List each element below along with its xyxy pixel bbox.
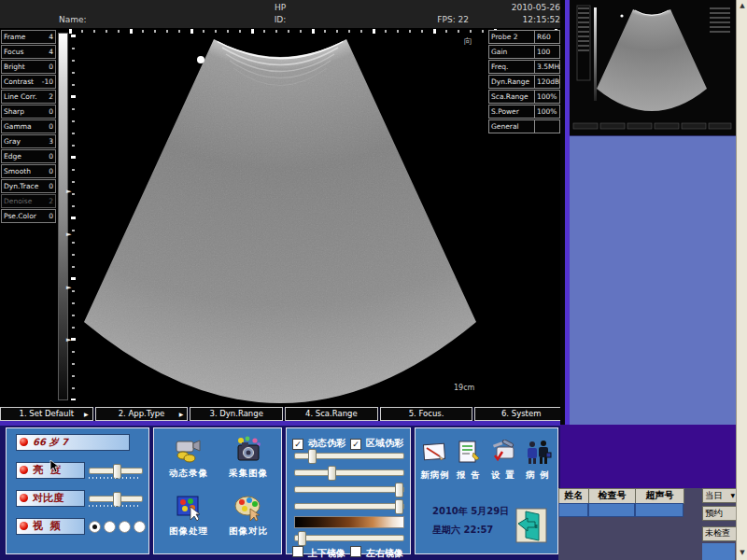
param-gray[interactable]: Gray3 (1, 134, 56, 148)
focus-marker-icon[interactable]: ► (66, 337, 71, 343)
slider-tick-marks (89, 477, 141, 479)
contrast-label[interactable]: 对比度 (16, 490, 85, 507)
param-smooth[interactable]: Smooth0 (1, 164, 56, 178)
patient-age-field[interactable]: 66 岁 7 (16, 434, 130, 451)
horizontal-mirror-checkbox[interactable]: 左右镜像 (350, 542, 403, 560)
palette-compare-icon (233, 494, 263, 522)
checkbox-checked-icon[interactable]: ✓ (350, 439, 361, 450)
focus-marker-icon[interactable]: ► (66, 231, 71, 238)
dynamic-pseudocolor-checkbox[interactable]: ✓ 动态伪彩 (292, 432, 345, 450)
tab-app-type[interactable]: 2. App.Type▶ (95, 407, 189, 421)
scroll-up-icon[interactable]: ▲ (737, 2, 747, 9)
video-label[interactable]: 视 频 (16, 518, 85, 535)
param-denoise: Denoise2 (1, 194, 56, 208)
slider-thumb[interactable] (308, 449, 317, 464)
patient-name-label: Name: (59, 15, 87, 24)
screen-thumbnail[interactable] (570, 0, 736, 135)
new-case-button[interactable]: 新病例 (417, 440, 453, 482)
video-channel-radio-4[interactable] (134, 521, 146, 533)
patient-display-panel: 66 岁 7 亮 度 对比度 视 频 (6, 427, 149, 554)
param-gamma[interactable]: Gamma0 (1, 119, 56, 133)
colormap-slider[interactable] (294, 535, 404, 541)
bottom-control-area: 66 岁 7 亮 度 对比度 视 频 (0, 426, 560, 560)
contrast-slider[interactable] (89, 496, 143, 502)
dynamic-record-button[interactable]: 动态录像 (160, 436, 218, 480)
param-line-corr[interactable]: Line Corr.2 (1, 90, 56, 104)
exit-icon[interactable] (514, 507, 548, 544)
video-channel-radio-1[interactable] (89, 521, 101, 533)
tab-set-default[interactable]: 1. Set Default▶ (0, 407, 93, 421)
param-frame[interactable]: Frame4 (1, 30, 56, 44)
filter-today-dropdown[interactable]: 当日 ▼ (702, 488, 737, 503)
pseudocolor-slider-3[interactable] (294, 486, 404, 493)
palette-hand-icon (174, 494, 204, 522)
tab-focus[interactable]: 5. Focus. (380, 407, 473, 421)
slider-thumb[interactable] (395, 499, 403, 514)
right-side-panel (570, 135, 736, 426)
checkbox-unchecked-icon[interactable] (292, 546, 303, 557)
capture-image-button[interactable]: 采集图像 (219, 436, 277, 480)
general-row[interactable]: General (488, 119, 560, 133)
focus-marker-icon[interactable]: ► (66, 285, 71, 291)
pseudocolor-slider-4[interactable] (294, 503, 404, 510)
column-header-exam-no[interactable]: 检查号 (588, 488, 636, 504)
submenu-arrow-icon: ▶ (179, 408, 184, 420)
report-button[interactable]: 报 告 (452, 440, 486, 482)
s-power-row[interactable]: S.Power100% (488, 105, 560, 119)
freq-row[interactable]: Freq.3.5MHz (488, 60, 560, 74)
depth-ruler-major-ticks (71, 35, 76, 400)
orientation-marker: 向 (464, 35, 472, 48)
slider-thumb[interactable] (395, 483, 403, 497)
column-header-ultrasound-no[interactable]: 超声号 (635, 488, 684, 504)
focus-marker-icon[interactable]: ► (66, 189, 71, 195)
tab-system[interactable]: 6. System (474, 407, 568, 421)
time-display: 12:15:52 (467, 15, 560, 24)
date-display: 2010-05-26 (467, 3, 560, 12)
vertical-scrollbar[interactable]: ▲ ▼ (736, 0, 747, 560)
mouse-cursor-icon (49, 460, 61, 473)
param-dyn-trace[interactable]: Dyn.Trace0 (1, 179, 56, 193)
checkbox-unchecked-icon[interactable] (350, 546, 361, 557)
probe-row[interactable]: Probe 2R60 (488, 30, 560, 44)
grayscale-bar (58, 33, 68, 400)
table-row[interactable] (558, 503, 588, 517)
pseudocolor-slider-1[interactable] (294, 453, 404, 459)
checkbox-checked-icon[interactable]: ✓ (292, 439, 303, 450)
tab-dyn-range[interactable]: 3. Dyn.Range (190, 407, 283, 421)
pseudocolor-slider-2[interactable] (294, 469, 404, 476)
vertical-mirror-checkbox[interactable]: 上下镜像 (292, 542, 345, 560)
table-row[interactable] (635, 503, 684, 517)
settings-button[interactable]: 设 置 (486, 440, 520, 482)
param-bright[interactable]: Bright0 (1, 60, 56, 74)
param-contrast[interactable]: Contrast-10 (1, 75, 56, 89)
video-channel-radio-2[interactable] (104, 521, 116, 533)
tab-sca-range[interactable]: 4. Sca.Range (285, 407, 378, 421)
submenu-arrow-icon: ▶ (84, 408, 89, 420)
dyn-range-row[interactable]: Dyn.Range120dB (488, 75, 560, 89)
red-ball-icon (20, 438, 28, 446)
scroll-down-icon[interactable]: ▼ (737, 549, 747, 556)
region-pseudocolor-checkbox[interactable]: ✓ 区域伪彩 (350, 432, 403, 450)
image-compare-button[interactable]: 图像对比 (219, 494, 277, 538)
patient-worklist: 姓名 检查号 超声号 当日 ▼ 预约 未检查 (558, 488, 736, 560)
probe-parameter-table: Probe 2R60 Gain100 Freq.3.5MHz Dyn.Range… (488, 30, 560, 134)
capture-panel: 动态录像 采集图像 (153, 427, 282, 554)
param-pse-color[interactable]: Pse.Color0 (1, 209, 56, 223)
brightness-slider[interactable] (89, 468, 143, 474)
filter-appointment-button[interactable]: 预约 (702, 506, 737, 521)
cases-button[interactable]: 病 例 (521, 440, 555, 482)
image-display-area: Frame4 Focus4 Bright0 Contrast-10 Line C… (0, 28, 568, 407)
param-sharp[interactable]: Sharp0 (1, 105, 56, 119)
table-row[interactable] (588, 503, 635, 517)
gain-row[interactable]: Gain100 (488, 45, 560, 59)
depth-label: 19cm (454, 384, 474, 392)
image-process-button[interactable]: 图像处理 (160, 494, 218, 538)
filter-not-examined-button[interactable]: 未检查 (702, 526, 737, 541)
param-focus[interactable]: Focus4 (1, 45, 56, 59)
top-status-bar: HP 2010-05-26 Name: ID: FPS: 22 12:15:52 (0, 0, 568, 28)
sca-range-row[interactable]: Sca.Range100% (488, 90, 560, 104)
param-edge[interactable]: Edge0 (1, 149, 56, 163)
slider-thumb[interactable] (328, 466, 336, 481)
video-channel-radio-3[interactable] (119, 521, 131, 533)
column-header-name[interactable]: 姓名 (558, 488, 589, 504)
